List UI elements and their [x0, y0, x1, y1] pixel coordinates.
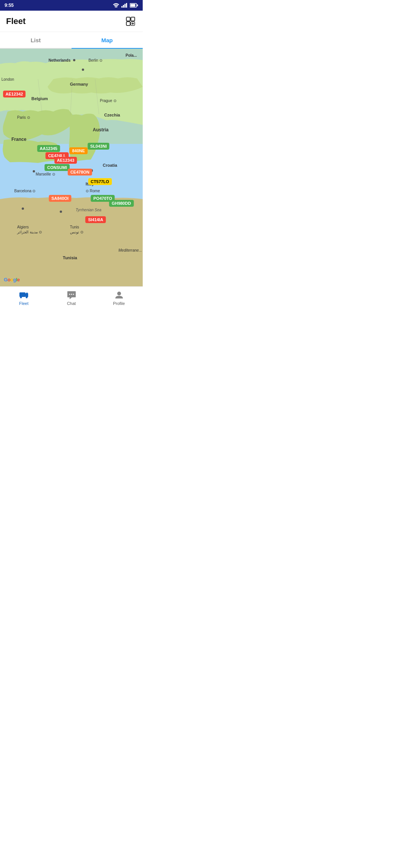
city-label-tunisia: Tunisia	[63, 255, 77, 260]
svg-rect-7	[126, 17, 130, 21]
svg-point-29	[69, 294, 70, 295]
nav-profile[interactable]: Profile	[95, 290, 143, 306]
svg-rect-1	[123, 5, 124, 8]
svg-rect-28	[19, 294, 25, 295]
city-label-london: London	[2, 77, 14, 81]
svg-point-19	[82, 69, 84, 71]
view-tabs: List Map	[0, 32, 143, 49]
city-label-austria: Austria	[93, 127, 108, 132]
add-window-icon	[126, 16, 135, 26]
nav-chat[interactable]: Chat	[48, 290, 95, 306]
svg-point-24	[60, 211, 62, 213]
city-label-barcelona: Barcelona ⊙	[14, 189, 36, 193]
marker-AE12342[interactable]: AE12342	[3, 91, 26, 97]
svg-rect-6	[137, 5, 138, 6]
time-display: 9:55	[5, 3, 14, 8]
svg-rect-2	[124, 4, 126, 8]
marker-840NE[interactable]: 840NE	[69, 147, 88, 154]
city-label-poland: Pola...	[126, 53, 137, 57]
svg-rect-3	[126, 3, 127, 8]
nav-profile-label: Profile	[113, 301, 125, 306]
city-label-algiers: Algiersمدينة الجزائر ⊙	[17, 225, 42, 235]
profile-icon	[114, 290, 124, 300]
city-label-netherlands: Netherlands	[49, 58, 71, 62]
city-label-prague: Prague ⊙	[100, 99, 116, 103]
nav-chat-label: Chat	[67, 301, 76, 306]
marker-SL043NI[interactable]: SL043NI	[88, 143, 109, 150]
svg-point-18	[73, 59, 75, 61]
marker-AA12345[interactable]: AA12345	[37, 145, 60, 152]
city-label-marseille: Marseille ⊙	[36, 172, 55, 176]
svg-rect-9	[126, 22, 130, 26]
status-icons	[113, 3, 138, 8]
marker-SI414IA[interactable]: SI414IA	[85, 216, 106, 223]
status-time: 9:55	[5, 3, 14, 8]
svg-point-32	[117, 292, 121, 295]
google-logo: Google	[4, 277, 20, 282]
svg-rect-0	[121, 6, 123, 8]
nav-fleet-label: Fleet	[19, 301, 28, 306]
map-view[interactable]: Netherlands Berlin ⊙ Pola... London Germ…	[0, 49, 143, 286]
add-window-button[interactable]	[124, 15, 137, 27]
city-label-belgium: Belgium	[32, 96, 48, 101]
svg-point-27	[25, 297, 27, 298]
city-label-rome: ⊙ Rome	[86, 189, 100, 193]
tab-list[interactable]: List	[0, 32, 72, 48]
app-title: Fleet	[6, 16, 25, 26]
nav-fleet[interactable]: Fleet	[0, 290, 48, 306]
battery-icon	[130, 3, 138, 8]
svg-point-23	[22, 207, 24, 210]
city-label-tunis: Tunisتونس ⊙	[70, 225, 83, 235]
svg-point-22	[33, 170, 35, 172]
tab-map[interactable]: Map	[72, 32, 143, 48]
svg-point-30	[71, 294, 72, 295]
marker-SA840OI[interactable]: SA840OI	[49, 195, 71, 202]
marker-CONSUMI[interactable]: CONSUMI	[45, 164, 70, 171]
status-bar: 9:55	[0, 0, 143, 11]
chat-icon	[67, 290, 76, 300]
city-label-berlin: Berlin ⊙	[89, 58, 102, 62]
city-label-croatia: Croatia	[103, 163, 117, 168]
city-label-tyrrhenian: Tyrrhenian Sea	[76, 208, 102, 212]
svg-point-31	[73, 294, 74, 295]
city-label-paris: Paris ⊙	[17, 115, 30, 120]
marker-AE12343[interactable]: AE12343	[54, 157, 77, 164]
city-label-mediterranean: Mediterrane...	[118, 248, 142, 252]
marker-GH980DD[interactable]: GH980DD	[109, 200, 134, 207]
svg-rect-5	[131, 4, 135, 7]
city-label-germany: Germany	[70, 82, 88, 86]
signal-icon	[121, 3, 127, 8]
app-header: Fleet	[0, 11, 143, 32]
city-label-france: France	[11, 137, 26, 142]
marker-CT577LO[interactable]: CT577LO	[88, 178, 112, 185]
bottom-navigation: Fleet Chat Profile	[0, 286, 143, 309]
svg-rect-8	[131, 17, 135, 21]
truck-icon	[19, 290, 29, 300]
city-label-czechia: Czechia	[104, 113, 120, 117]
wifi-icon	[113, 3, 119, 8]
svg-point-26	[20, 297, 22, 298]
marker-CE478ON[interactable]: CE478ON	[68, 169, 92, 176]
